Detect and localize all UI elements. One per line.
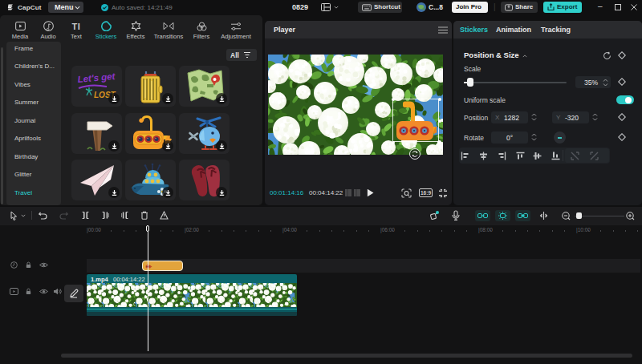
svg-text:Let's get: Let's get: [77, 71, 116, 83]
